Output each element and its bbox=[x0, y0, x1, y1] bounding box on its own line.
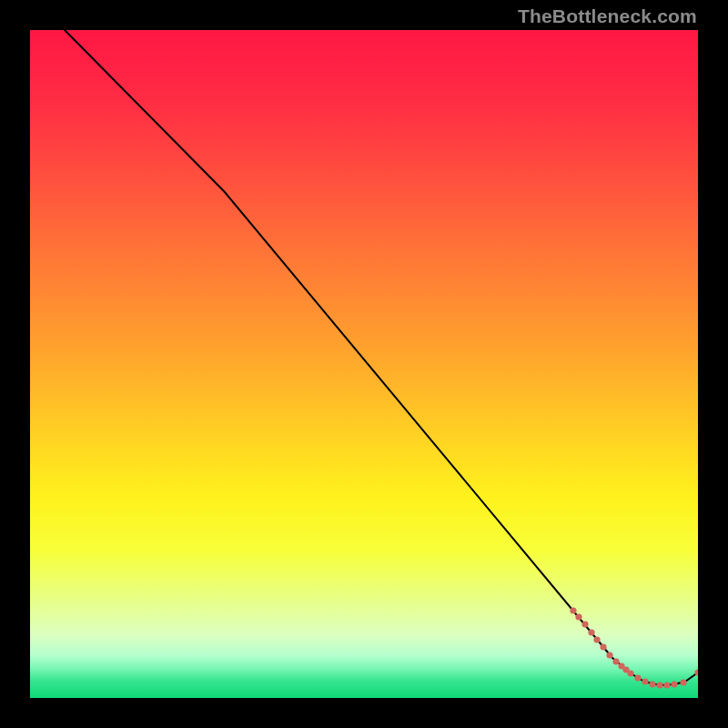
svg-point-6 bbox=[600, 643, 606, 650]
chart-frame: TheBottleneck.com bbox=[0, 0, 728, 728]
svg-point-11 bbox=[627, 670, 633, 676]
chart-overlay bbox=[30, 30, 698, 698]
watermark-text: TheBottleneck.com bbox=[518, 5, 697, 27]
plot-area bbox=[30, 30, 698, 698]
svg-point-16 bbox=[663, 682, 670, 688]
svg-point-17 bbox=[671, 681, 677, 687]
svg-point-7 bbox=[606, 652, 612, 658]
svg-point-2 bbox=[575, 613, 581, 620]
svg-point-18 bbox=[680, 679, 686, 685]
svg-point-14 bbox=[649, 681, 655, 687]
svg-point-13 bbox=[642, 678, 648, 684]
svg-point-5 bbox=[593, 636, 600, 642]
svg-point-1 bbox=[570, 607, 576, 613]
svg-point-15 bbox=[656, 682, 662, 688]
svg-point-8 bbox=[612, 658, 619, 664]
svg-point-3 bbox=[581, 621, 588, 627]
svg-point-12 bbox=[634, 674, 641, 681]
svg-point-4 bbox=[588, 629, 594, 635]
bottleneck-line bbox=[65, 30, 698, 685]
